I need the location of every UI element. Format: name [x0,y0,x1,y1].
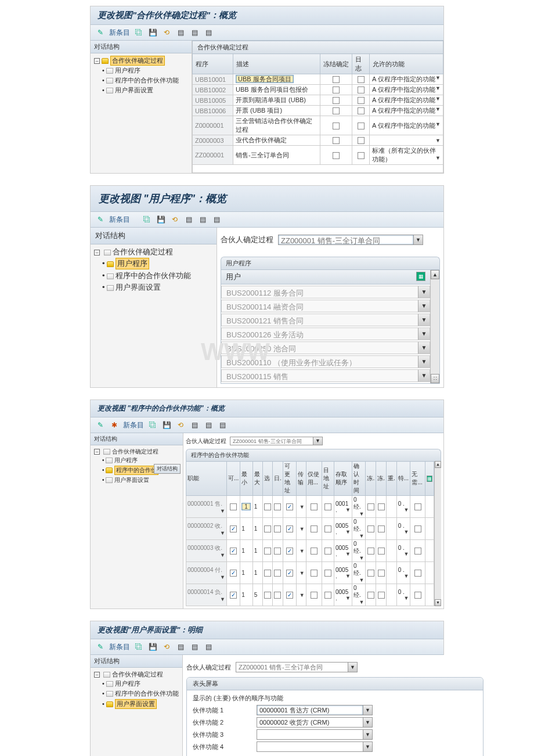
col-header[interactable]: 选 [262,462,272,496]
copy-icon[interactable]: ⿻ [134,27,144,38]
checkbox[interactable] [311,503,317,510]
checkbox[interactable] [274,548,281,555]
col-header[interactable]: 冻. [376,462,387,496]
scrollbar[interactable]: ▲ ▼ [434,461,441,606]
checkbox[interactable] [414,503,421,510]
checkbox[interactable] [378,525,385,532]
chevron-down-icon[interactable]: ▼ [418,286,430,298]
tree-root[interactable]: –合作伙伴确定过程 [94,56,188,66]
table-row[interactable]: UBB10002UBB 服务合同项目包报价A 仅程序中指定的功能▼ [193,85,443,95]
checkbox[interactable] [274,592,281,599]
checkbox[interactable] [311,592,317,599]
table-row[interactable]: 00000014 负. ▼15▼0005 . ▼0 经. ▼0 . ▼ [186,584,434,606]
table-row[interactable]: UBB10005开票到期清单项目 (UBB)A 仅程序中指定的功能▼ [193,95,443,106]
table-row[interactable]: Z0000003业代合作伙伴确定▼ [193,135,443,146]
chevron-down-icon[interactable]: ▼ [418,300,430,312]
undo-icon[interactable]: ⟲ [161,642,172,652]
col-header[interactable]: 可更地址 [283,462,296,496]
checkbox[interactable] [324,570,331,577]
scroll-down-icon[interactable]: ∷ [431,374,439,383]
copy-icon[interactable]: ⿻ [142,214,152,225]
checkbox[interactable] [286,525,293,532]
col-header[interactable]: 仅使用... [306,462,322,496]
copy-icon[interactable]: ⿻ [147,420,158,430]
user-row[interactable]: BUS2000112 服务合同▼ [221,286,430,298]
collapse-icon[interactable]: – [94,250,100,255]
checkbox[interactable] [358,97,365,104]
col-program[interactable]: 程序 [193,54,233,74]
tree-item[interactable]: • 程序中的合作伙伴功能 [102,270,213,282]
sheet-icon[interactable]: ▤ [183,214,194,225]
checkbox[interactable] [264,525,271,532]
edit-icon[interactable]: ✎ [95,27,106,38]
collapse-icon[interactable]: – [94,449,100,455]
checkbox[interactable] [414,525,421,532]
grid-config-icon[interactable]: ▦ [416,272,425,281]
new-entry-button[interactable]: 新条目 [109,642,130,652]
checkbox[interactable] [230,570,237,577]
tree-root[interactable]: – 合作伙伴确定过程 [94,247,213,257]
checkbox[interactable] [286,548,293,555]
checkbox[interactable] [311,525,317,532]
sheet-icon[interactable]: ▤ [175,642,186,652]
sheet2-icon[interactable]: ▤ [197,214,208,225]
sheet3-icon[interactable]: ▤ [203,642,214,652]
checkbox[interactable] [358,137,365,144]
pf-dropdown[interactable]: ▼ [257,741,373,752]
checkbox[interactable] [358,76,365,83]
checkbox[interactable] [333,137,340,144]
checkbox[interactable] [286,503,293,510]
checkbox[interactable] [264,548,271,555]
proc-dropdown[interactable]: ZZ000001 销售-三全订单合同 ▼ [278,235,423,245]
user-row[interactable]: BUS2000250 池合同▼ [221,341,430,354]
checkbox[interactable] [333,76,340,83]
checkbox[interactable] [324,503,331,510]
tree-item[interactable]: • 用户程序 [102,679,179,689]
checkbox[interactable] [324,525,331,532]
checkbox[interactable] [367,592,374,599]
user-col[interactable]: 用户 [226,272,416,282]
col-header[interactable]: 无需... [410,462,425,496]
scroll-up-icon[interactable]: ▲ [431,270,439,279]
col-header[interactable]: 可... [227,462,240,496]
pf-dropdown[interactable]: 00000002 收货方 (CRM)▼ [257,717,373,728]
checkbox[interactable] [367,570,374,577]
col-header[interactable]: 特... [396,462,410,496]
checkbox[interactable] [378,592,385,599]
chevron-down-icon[interactable]: ▼ [418,342,430,354]
user-row[interactable]: BUS2000126 业务活动▼ [221,327,430,340]
new-entry-button[interactable]: 新条目 [109,215,130,225]
sheet3-icon[interactable]: ▤ [211,214,222,225]
checkbox[interactable] [230,548,237,555]
chevron-down-icon[interactable]: ▼ [435,85,441,91]
pf-dropdown[interactable]: 00000001 售达方 (CRM)▼ [257,705,373,715]
tree-item[interactable]: • 程序中的合作伙伴功能 [102,75,188,85]
user-row[interactable]: BUS2000121 销售合同▼ [221,314,430,326]
col-header[interactable]: 确认时间 [352,462,365,496]
scroll-down-icon[interactable]: ▼ [435,599,441,606]
grid-config[interactable]: ▦ [425,462,434,496]
checkbox[interactable] [230,592,237,599]
checkbox[interactable] [324,592,331,599]
table-row[interactable]: UBB10006开票 (UBB 项目)A 仅程序中指定的功能▼ [193,106,443,116]
checkbox[interactable] [264,503,271,510]
checkbox[interactable] [333,87,340,93]
scrollbar[interactable]: ▲ ∷ [430,270,439,383]
checkbox[interactable] [414,570,421,577]
chevron-down-icon[interactable]: ▼ [435,121,441,127]
table-row[interactable]: 00000001 售. ▼11▼0001 . ▼0 经. ▼0 . ▼ [186,496,434,518]
checkbox[interactable] [358,107,365,114]
find-icon[interactable]: ✱ [109,420,120,430]
save-icon[interactable]: 💾 [156,214,166,225]
checkbox[interactable] [378,503,385,510]
tree-root[interactable]: – 合作伙伴确定过程 [94,670,179,679]
tree-item[interactable]: • 程序中的合作伙 对话结构 [102,465,179,476]
col-header[interactable]: 最小 [240,462,252,496]
checkbox[interactable] [378,570,385,577]
undo-icon[interactable]: ⟲ [169,214,180,225]
pf-dropdown[interactable]: ▼ [257,729,373,740]
scroll-up-icon[interactable]: ▲ [435,461,441,468]
checkbox[interactable] [264,570,271,577]
tree-item[interactable]: • 用户界面设置 [102,476,179,485]
tree-item[interactable]: • 用户程序 [102,257,213,270]
